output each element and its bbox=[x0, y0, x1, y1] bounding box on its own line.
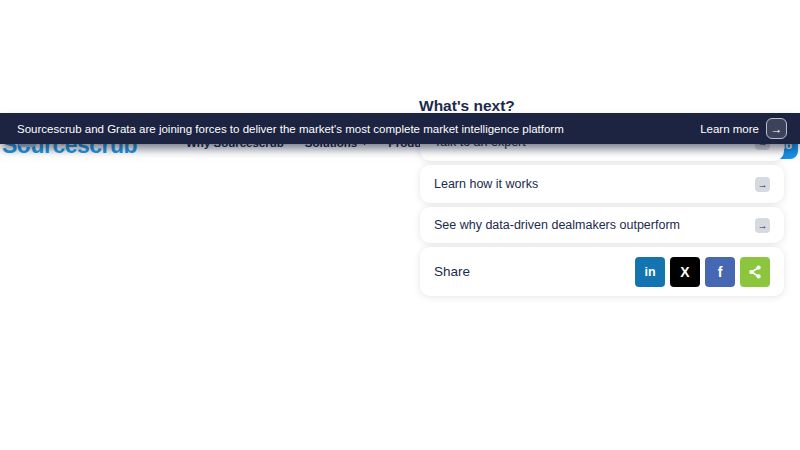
arrow-right-icon[interactable]: → bbox=[755, 218, 770, 233]
link-row-see-why-dealmakers-outperform[interactable]: See why data-driven dealmakers outperfor… bbox=[420, 207, 784, 243]
share-nodes-icon bbox=[747, 264, 763, 280]
announcement-message: Sourcescrub and Grata are joining forces… bbox=[17, 123, 564, 135]
arrow-right-icon[interactable]: → bbox=[766, 118, 787, 139]
link-row-learn-how-it-works[interactable]: Learn how it works → bbox=[420, 165, 784, 203]
announcement-banner: Sourcescrub and Grata are joining forces… bbox=[0, 113, 800, 144]
learn-more-link[interactable]: Learn more → bbox=[700, 118, 787, 139]
linkedin-share-button[interactable]: in bbox=[635, 257, 665, 287]
linkedin-icon: in bbox=[644, 265, 655, 279]
link-label: See why data-driven dealmakers outperfor… bbox=[434, 218, 680, 232]
generic-share-button[interactable] bbox=[740, 257, 770, 287]
x-twitter-icon: X bbox=[680, 264, 689, 280]
facebook-share-button[interactable]: f bbox=[705, 257, 735, 287]
whats-next-card: Talk to an expert → Learn how it works →… bbox=[420, 123, 784, 296]
arrow-right-icon[interactable]: → bbox=[755, 177, 770, 192]
share-row: Share in X f bbox=[420, 247, 784, 296]
link-label: Learn how it works bbox=[434, 177, 538, 191]
page: Sourcescrub ← Back Why Sourcescrub Solut… bbox=[0, 0, 800, 450]
share-buttons: in X f bbox=[635, 257, 770, 287]
learn-more-label: Learn more bbox=[700, 123, 759, 135]
site-header: Sourcescrub ← Back Why Sourcescrub Solut… bbox=[0, 58, 800, 113]
facebook-icon: f bbox=[718, 264, 723, 280]
share-label: Share bbox=[434, 264, 470, 279]
x-twitter-share-button[interactable]: X bbox=[670, 257, 700, 287]
